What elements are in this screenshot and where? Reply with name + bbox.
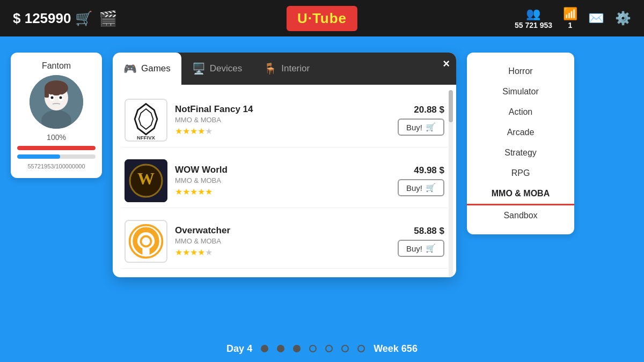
game-info-nffivx: NotFinal Fancy 14 MMO & MOBA ★★★★★ (175, 104, 390, 136)
game-buy-overwatcher: 58.88 $ Buy! 🛒 (398, 226, 444, 257)
profile-percent: 100% (47, 133, 66, 142)
svg-point-8 (60, 97, 62, 99)
tab-interior[interactable]: 🪑 Interior (253, 53, 320, 85)
genre-sandbox[interactable]: Sandbox (467, 205, 574, 226)
svg-rect-4 (45, 88, 49, 98)
logo-text: U·Tube (297, 10, 347, 26)
svg-text:W: W (137, 169, 155, 188)
buy-label-nffivx: Buy! (406, 123, 422, 132)
week-label: Week 656 (374, 343, 418, 354)
svg-text:NFFIVX: NFFIVX (137, 135, 155, 141)
buy-cart-icon-nffivx: 🛒 (426, 122, 436, 132)
game-thumb-overwatcher (125, 220, 167, 263)
day-dot-4 (309, 345, 317, 352)
logo-container: U·Tube (287, 0, 357, 36)
game-info-wow: WOW World MMO & MOBA ★★★★★ (175, 165, 390, 197)
game-thumb-nffivx: NFFIVX (125, 99, 167, 142)
xp-fill (17, 154, 60, 159)
game-thumb-wow: W (125, 159, 167, 202)
scrollbar-track (449, 90, 453, 277)
buy-cart-icon-overwatcher: 🛒 (426, 243, 436, 253)
genre-horror[interactable]: Horror (467, 61, 574, 82)
game-buy-nffivx: 20.88 $ Buy! 🛒 (398, 105, 444, 136)
genre-strategy[interactable]: Strategy (467, 143, 574, 163)
shop-content: NFFIVX NotFinal Fancy 14 MMO & MOBA ★★★★… (113, 85, 456, 277)
genre-action[interactable]: Action (467, 102, 574, 122)
money-amount: $ 125990 (13, 10, 71, 27)
top-bar: $ 125990 🛒 🎬 U·Tube 👥 55 721 953 📶 1 ✉️ … (0, 0, 644, 36)
close-button[interactable]: × (443, 57, 450, 71)
game-title-wow: WOW World (175, 165, 390, 175)
tab-interior-label: Interior (281, 63, 310, 74)
day-dot-6 (341, 345, 349, 352)
hp-bar (17, 146, 96, 150)
devices-tab-icon: 🖥️ (192, 62, 206, 75)
genre-arcade[interactable]: Arcade (467, 122, 574, 143)
game-item-wow: W WOW World MMO & MOBA ★★★★★ 49.98 $ Buy… (121, 154, 448, 208)
money-display: $ 125990 🛒 (13, 10, 92, 27)
subscribers-count: 55 721 953 (515, 21, 552, 29)
buy-cart-icon-wow: 🛒 (426, 183, 436, 193)
genre-simulator[interactable]: Simulator (467, 82, 574, 102)
buy-button-wow[interactable]: Buy! 🛒 (398, 179, 444, 196)
xp-bar (17, 154, 96, 159)
tab-devices-label: Devices (210, 63, 242, 74)
cart-icon: 🛒 (75, 10, 92, 27)
signal-display: 📶 1 (563, 7, 577, 29)
interior-tab-icon: 🪑 (264, 62, 277, 75)
tab-games[interactable]: 🎮 Games (113, 53, 181, 85)
shop-tabs: 🎮 Games 🖥️ Devices 🪑 Interior × (113, 53, 456, 85)
buy-button-overwatcher[interactable]: Buy! 🛒 (398, 240, 444, 257)
tab-games-label: Games (141, 63, 171, 74)
game-info-overwatcher: Overwatcher MMO & MOBA ★★★★★ (175, 225, 390, 257)
bottom-bar: Day 4 Week 656 (0, 335, 644, 362)
day-dot-5 (325, 345, 333, 352)
game-title-nffivx: NotFinal Fancy 14 (175, 104, 390, 115)
day-dot-3 (293, 345, 301, 352)
game-stars-nffivx: ★★★★★ (175, 126, 390, 136)
profile-score: 55721953/100000000 (27, 163, 85, 169)
shop-modal: 🎮 Games 🖥️ Devices 🪑 Interior × (113, 53, 456, 277)
signal-level: 1 (568, 21, 573, 29)
game-stars-overwatcher: ★★★★★ (175, 247, 390, 257)
buy-label-overwatcher: Buy! (406, 244, 422, 253)
top-bar-right: 👥 55 721 953 📶 1 ✉️ ⚙️ (515, 7, 631, 29)
subscribers-icon: 👥 (526, 7, 540, 21)
scrollbar-thumb[interactable] (449, 90, 453, 122)
svg-point-7 (51, 97, 54, 99)
profile-card: Fantom 100% (11, 53, 102, 178)
genre-rpg[interactable]: RPG (467, 163, 574, 183)
game-price-wow: 49.98 $ (414, 165, 444, 176)
tab-devices[interactable]: 🖥️ Devices (181, 53, 253, 85)
game-price-nffivx: 20.88 $ (414, 105, 444, 115)
genre-mmo-moba[interactable]: MMO & MOBA (467, 183, 574, 205)
mail-icon[interactable]: ✉️ (588, 11, 604, 26)
buy-label-wow: Buy! (406, 183, 422, 193)
genre-sidebar: Horror Simulator Action Arcade Strategy … (467, 53, 574, 234)
svg-rect-17 (126, 221, 166, 262)
day-dot-7 (357, 345, 365, 352)
avatar (30, 75, 83, 129)
game-stars-wow: ★★★★★ (175, 187, 390, 197)
game-buy-wow: 49.98 $ Buy! 🛒 (398, 165, 444, 196)
game-item-overwatcher: Overwatcher MMO & MOBA ★★★★★ 58.88 $ Buy… (121, 215, 448, 269)
settings-icon[interactable]: ⚙️ (615, 11, 631, 26)
buy-button-nffivx[interactable]: Buy! 🛒 (398, 119, 444, 136)
profile-name: Fantom (42, 61, 71, 71)
game-genre-overwatcher: MMO & MOBA (175, 237, 390, 245)
game-item-nffivx: NFFIVX NotFinal Fancy 14 MMO & MOBA ★★★★… (121, 93, 448, 147)
top-bar-left: $ 125990 🛒 🎬 (13, 10, 118, 27)
subscribers-display: 👥 55 721 953 (515, 7, 552, 29)
logo: U·Tube (287, 6, 357, 31)
game-title-overwatcher: Overwatcher (175, 225, 390, 236)
signal-icon: 📶 (563, 7, 577, 21)
game-price-overwatcher: 58.88 $ (414, 226, 444, 237)
day-label: Day 4 (226, 343, 252, 354)
game-genre-wow: MMO & MOBA (175, 176, 390, 184)
video-icon[interactable]: 🎬 (99, 10, 118, 27)
day-dot-1 (261, 345, 268, 352)
game-genre-nffivx: MMO & MOBA (175, 116, 390, 124)
day-dot-2 (277, 345, 284, 352)
games-tab-icon: 🎮 (123, 62, 137, 75)
main-area: Fantom 100% (0, 36, 644, 362)
